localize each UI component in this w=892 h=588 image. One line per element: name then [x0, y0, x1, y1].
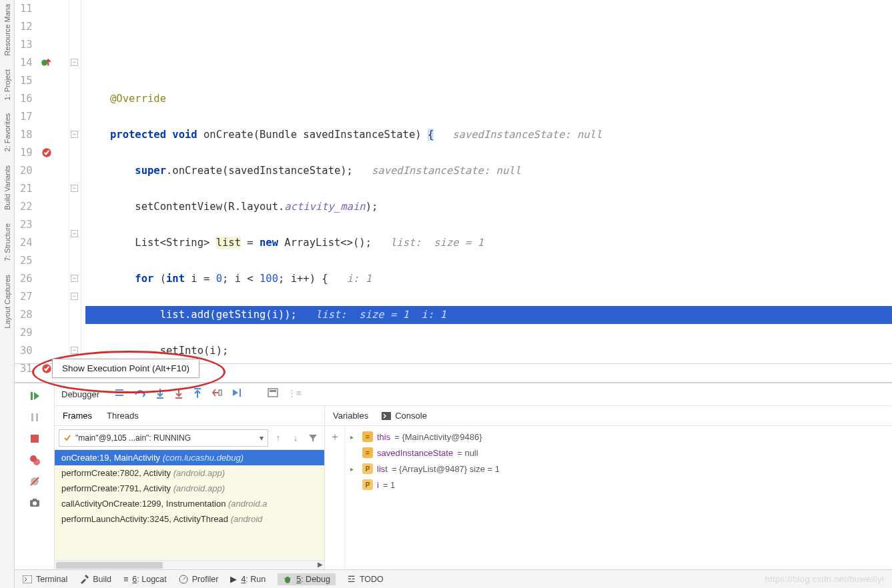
console-icon: [382, 412, 391, 420]
resume-button[interactable]: [27, 389, 42, 403]
svg-rect-3: [31, 392, 33, 400]
bug-icon: [283, 575, 292, 584]
svg-rect-4: [31, 413, 33, 421]
frames-scrollbar[interactable]: ▶: [55, 560, 324, 569]
svg-rect-13: [33, 499, 37, 501]
tool-build-variants[interactable]: Build Variants: [3, 165, 11, 210]
svg-point-8: [33, 459, 40, 465]
svg-point-32: [285, 577, 290, 583]
step-into-button[interactable]: [155, 388, 165, 401]
run-to-cursor-button[interactable]: [232, 388, 242, 401]
svg-rect-26: [268, 389, 278, 397]
variables-pane: Variables Console ＋ ▸=this = {MainActivi…: [325, 406, 892, 569]
tool-layout-captures[interactable]: Layout Captures: [3, 275, 11, 329]
frame-row[interactable]: callActivityOnCreate:1299, Instrumentati…: [55, 496, 324, 511]
todo-tab[interactable]: ☲TODO: [348, 574, 384, 584]
svg-line-34: [290, 578, 291, 579]
step-over-button[interactable]: [134, 388, 146, 401]
show-execution-point-button[interactable]: [114, 388, 125, 401]
debug-panel: Debugger ⋮≡: [15, 383, 892, 569]
fold-toggle[interactable]: −: [71, 293, 78, 300]
mute-breakpoints-button[interactable]: [27, 474, 42, 489]
svg-rect-24: [219, 390, 221, 395]
gutter-markers: [39, 0, 69, 363]
camera-button[interactable]: [27, 495, 42, 510]
tooltip-show-execution-point: Show Execution Point (Alt+F10): [52, 359, 199, 378]
svg-rect-6: [31, 435, 39, 443]
profiler-tab[interactable]: Profiler: [179, 575, 219, 584]
stop-button[interactable]: [27, 431, 42, 446]
frames-pane: Frames Threads "main"@9,105 ...ain": RUN…: [55, 406, 325, 569]
play-icon: ▶: [230, 574, 237, 584]
threads-tab[interactable]: Threads: [107, 411, 139, 421]
svg-rect-29: [23, 575, 32, 583]
frame-row[interactable]: performLaunchActivity:3245, ActivityThre…: [55, 511, 324, 527]
fold-toggle[interactable]: −: [71, 275, 78, 282]
debug-tab[interactable]: 5: Debug: [278, 573, 336, 585]
frame-row[interactable]: performCreate:7791, Activity (android.ap…: [55, 481, 324, 496]
thread-selector[interactable]: "main"@9,105 ...ain": RUNNING ▾: [59, 429, 268, 447]
chevron-down-icon: ▾: [260, 433, 264, 443]
svg-point-12: [33, 501, 37, 505]
prev-frame-button[interactable]: ↑: [271, 431, 286, 445]
terminal-icon: [23, 575, 32, 583]
variables-tab[interactable]: Variables: [333, 411, 368, 421]
code-area[interactable]: @Override protected void onCreate(Bundle…: [81, 0, 892, 363]
svg-rect-5: [36, 413, 38, 421]
debug-toolbar: Debugger ⋮≡: [55, 383, 892, 406]
variable-row[interactable]: ▸Plist = {ArrayList@9487} size = 1: [350, 461, 887, 477]
debug-sidebar: [15, 383, 55, 569]
override-up-icon[interactable]: [41, 57, 53, 69]
breakpoint-icon[interactable]: [41, 147, 53, 159]
line-numbers: 1112131415161718192021222324252627282930…: [15, 0, 39, 363]
frame-row[interactable]: performCreate:7802, Activity (android.ap…: [55, 465, 324, 481]
next-frame-button[interactable]: ↓: [288, 431, 303, 445]
fold-toggle[interactable]: −: [71, 59, 78, 66]
run-tab[interactable]: ▶4: Run: [230, 574, 266, 584]
svg-line-31: [183, 577, 185, 579]
list-icon: ☲: [348, 574, 356, 584]
breadcrumbs: Show Execution Point (Alt+F10) MainActiv…: [15, 364, 892, 383]
terminal-tab[interactable]: Terminal: [23, 575, 67, 584]
build-tab[interactable]: Build: [79, 575, 111, 584]
drop-frame-button[interactable]: [211, 388, 222, 401]
console-tab[interactable]: Console: [382, 411, 427, 421]
code-editor[interactable]: 1112131415161718192021222324252627282930…: [15, 0, 892, 364]
filter-frames-button[interactable]: [306, 431, 320, 445]
trace-button[interactable]: ⋮≡: [288, 388, 302, 401]
fold-toggle[interactable]: −: [71, 185, 78, 192]
add-watch-button[interactable]: ＋: [330, 430, 340, 444]
tool-favorites[interactable]: 2: Favorites: [3, 113, 11, 151]
tool-structure[interactable]: 7: Structure: [3, 223, 11, 261]
left-tool-strip: Resource Mana 1: Project 2: Favorites Bu…: [0, 0, 15, 588]
frame-row[interactable]: onCreate:19, MainActivity (com.lucashu.d…: [55, 450, 324, 465]
frames-tab[interactable]: Frames: [63, 411, 92, 421]
debugger-tab[interactable]: Debugger: [61, 389, 99, 399]
variable-row[interactable]: =savedInstanceState = null: [350, 445, 887, 461]
fold-column: − − − − − − −: [69, 0, 81, 363]
bottom-toolbar: Terminal Build ≡6: Logcat Profiler ▶4: R…: [15, 569, 892, 588]
fold-toggle[interactable]: −: [71, 347, 78, 354]
variables-toolbar: ＋: [325, 426, 345, 569]
gauge-icon: [179, 575, 188, 584]
watermark-text: https://blog.csdn.net/huweiliyi: [765, 574, 884, 584]
tool-resource-manager[interactable]: Resource Mana: [3, 4, 11, 56]
fold-toggle[interactable]: −: [71, 131, 78, 138]
evaluate-expression-button[interactable]: [268, 388, 278, 401]
pause-button[interactable]: [27, 410, 42, 425]
step-out-button[interactable]: [193, 388, 202, 401]
view-breakpoints-button[interactable]: [27, 453, 42, 467]
force-step-into-button[interactable]: [174, 388, 183, 401]
variable-row[interactable]: ▸=this = {MainActivity@9486}: [350, 429, 887, 445]
fold-toggle[interactable]: −: [71, 230, 78, 237]
editor-gutter: 1112131415161718192021222324252627282930…: [15, 0, 81, 363]
svg-line-33: [284, 578, 286, 579]
variable-row[interactable]: Pi = 1: [350, 477, 887, 493]
variables-tree[interactable]: ▸=this = {MainActivity@9486}=savedInstan…: [345, 426, 892, 569]
logcat-tab[interactable]: ≡6: Logcat: [123, 575, 167, 584]
check-icon: [63, 434, 71, 442]
tool-project[interactable]: 1: Project: [3, 69, 11, 100]
frames-list[interactable]: onCreate:19, MainActivity (com.lucashu.d…: [55, 450, 324, 560]
svg-rect-27: [270, 390, 276, 392]
logcat-icon: ≡: [123, 575, 128, 584]
